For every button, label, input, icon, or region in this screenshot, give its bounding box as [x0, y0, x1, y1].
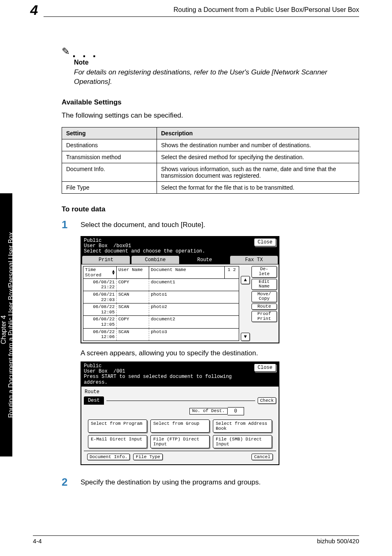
move-copy-button[interactable]: Move/ Copy — [251, 291, 277, 302]
lcd1-instruction: Select document and choose the operation… — [84, 249, 205, 254]
sort-icon[interactable]: ▲▼ — [112, 270, 115, 275]
footer-page: 4-4 — [33, 537, 42, 544]
lcd2-title1: Public — [84, 363, 101, 369]
step-2-number: 2 — [62, 476, 71, 489]
lcd-panel-route-destination: Public User Box /001 Press START to send… — [81, 361, 279, 465]
cell: Destinations — [62, 139, 157, 151]
lcd2-title2: User Box — [84, 368, 108, 374]
side-tab: Chapter 4 Routing a Document from a Publ… — [0, 193, 12, 456]
available-settings-intro: The following settings can be specified. — [62, 111, 359, 120]
lcd2-instruction: Press START to send selected document to… — [84, 374, 254, 385]
lcd-panel-select-document: Public User Box /box01 Select document a… — [81, 236, 279, 343]
step-1-text: Select the document, and touch [Route]. — [81, 218, 205, 229]
table-row: Transmission method Select the desired m… — [62, 151, 359, 163]
chapter-number: 4 — [30, 2, 38, 18]
tab-fax-tx[interactable]: Fax TX — [230, 255, 278, 264]
delete-button[interactable]: De- lete — [251, 266, 277, 277]
cell: File Type — [62, 181, 157, 193]
lcd1-title1: Public — [84, 238, 101, 243]
tab-route[interactable]: Route — [180, 255, 229, 264]
select-from-address-book-button[interactable]: Select from Address Book — [213, 419, 272, 433]
settings-col-0: Setting — [62, 127, 157, 139]
note-text: For details on registering destinations,… — [74, 68, 359, 87]
email-direct-input-button[interactable]: E-Mail Direct Input — [88, 435, 147, 448]
check-button[interactable]: Check — [258, 397, 276, 404]
lcd1-title2: User Box — [84, 243, 108, 249]
divider — [106, 400, 255, 401]
table-row: File Type Select the format for the file… — [62, 181, 359, 193]
dest-tab[interactable]: Dest — [84, 396, 104, 405]
file-smb-direct-input-button[interactable]: File (SMB) Direct Input — [213, 435, 272, 448]
tab-combine[interactable]: Combine — [131, 255, 180, 264]
document-info-button[interactable]: Document Info. — [87, 454, 130, 460]
list-item[interactable]: 06/08/22 12:05 COPY document2 — [83, 316, 239, 328]
scroll-up-button[interactable]: ▲ — [241, 276, 250, 284]
select-from-program-button[interactable]: Select from Program — [88, 419, 147, 433]
tab-print[interactable]: Print — [82, 255, 130, 264]
table-row: Destinations Shows the destination numbe… — [62, 139, 359, 151]
footer-model: bizhub 500/420 — [317, 537, 359, 544]
dest-count-value: 0 — [228, 407, 244, 415]
cell: Transmission method — [62, 151, 157, 163]
dest-count-label: No. of Dest. — [189, 408, 228, 415]
cell: Document Info. — [62, 163, 157, 181]
cell: Shows the destination number and number … — [157, 139, 359, 151]
between-text: A screen appears, allowing you to specif… — [81, 349, 359, 357]
lcd2-boxid: /001 — [113, 368, 125, 374]
file-ftp-direct-input-button[interactable]: File (FTP) Direct Input — [150, 435, 210, 448]
available-settings-heading: Available Settings — [62, 98, 359, 107]
cell: Select the desired method for specifying… — [157, 151, 359, 163]
col-user-name[interactable]: User Name — [117, 266, 149, 278]
col-document-name[interactable]: Document Name — [149, 266, 225, 278]
step-2-text: Specify the destination by using the pro… — [81, 476, 261, 486]
cell: Select the format for the file that is t… — [157, 181, 359, 193]
list-item[interactable]: 06/08/21 22:03 SCAN photo1 — [83, 291, 239, 303]
edit-name-button[interactable]: Edit Name — [251, 279, 277, 290]
list-item[interactable]: 06/08/22 12:06 SCAN photo3 — [83, 329, 239, 341]
settings-col-1: Description — [157, 127, 359, 139]
route-data-heading: To route data — [62, 205, 359, 213]
table-row: Document Info. Shows various information… — [62, 163, 359, 181]
scroll-down-button[interactable]: ▼ — [241, 333, 250, 341]
cell: Shows various information, such as the n… — [157, 163, 359, 181]
settings-table: Setting Description Destinations Shows t… — [62, 127, 359, 194]
sidetab-chapter: Chapter 4 — [0, 207, 7, 452]
proof-print-button[interactable]: Proof Print — [251, 311, 277, 322]
close-button[interactable]: Close — [254, 238, 276, 246]
list-item[interactable]: 06/08/21 21:22 COPY document1 — [83, 279, 239, 291]
col-time-stored[interactable]: Time Stored ▲▼ — [83, 266, 117, 278]
route-label: Route — [85, 389, 276, 395]
close-button[interactable]: Close — [254, 364, 276, 372]
lcd1-boxid: /box01 — [113, 243, 131, 249]
cancel-button[interactable]: Cancel — [251, 454, 273, 460]
sidetab-section: Routing a Document from a Public User Bo… — [7, 197, 15, 452]
col-page-indicator: 1 2 — [225, 266, 239, 278]
route-button[interactable]: Route — [251, 303, 277, 310]
select-from-group-button[interactable]: Select from Group — [150, 419, 210, 433]
step-1-number: 1 — [62, 218, 71, 231]
list-item[interactable]: 06/08/22 12:05 SCAN photo2 — [83, 303, 239, 316]
note-label: Note — [74, 59, 359, 66]
note-icon: ✎ — [62, 46, 70, 57]
file-type-button[interactable]: File Type — [133, 454, 162, 460]
note-dots-icon: . . . — [72, 49, 98, 57]
running-title: Routing a Document from a Public User Bo… — [173, 6, 359, 14]
